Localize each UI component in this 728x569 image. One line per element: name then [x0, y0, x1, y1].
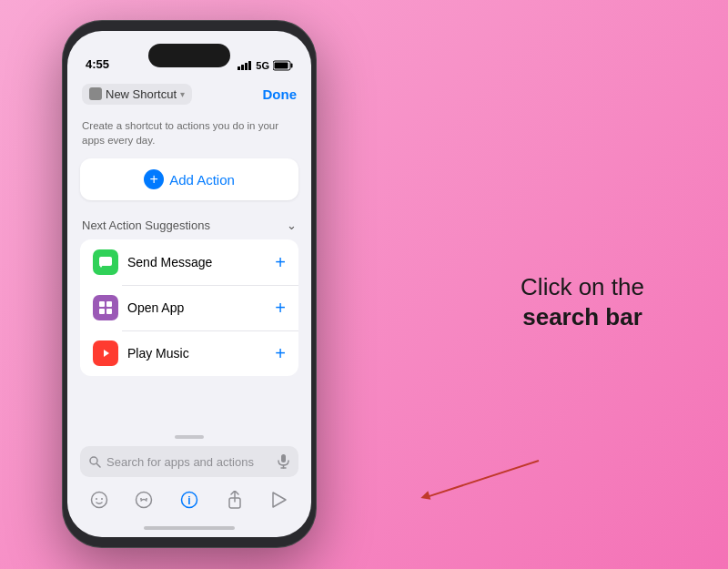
svg-rect-11	[106, 309, 112, 314]
phone-screen: 4:55 5G	[67, 31, 311, 537]
nav-shortcut-button[interactable]: New Shortcut ▾	[82, 84, 192, 105]
svg-rect-1	[241, 65, 244, 70]
phone-frame: 4:55 5G	[62, 20, 317, 548]
svg-line-14	[97, 463, 101, 467]
svg-rect-3	[248, 61, 251, 70]
section-title: Next Action Suggestions	[82, 218, 210, 232]
dynamic-island	[148, 44, 230, 67]
chevron-down-icon: ▾	[180, 89, 185, 99]
svg-rect-9	[106, 301, 112, 307]
svg-point-23	[146, 498, 147, 500]
add-icon: +	[144, 169, 164, 189]
add-open-app-button[interactable]: +	[275, 298, 286, 319]
action-name-send-message: Send Message	[127, 255, 266, 269]
battery-icon	[273, 60, 293, 71]
status-time: 4:55	[86, 57, 109, 71]
network-label: 5G	[256, 60, 269, 71]
open-app-icon	[93, 295, 118, 320]
svg-rect-6	[275, 63, 288, 69]
action-item-play-music[interactable]: Play Music +	[80, 330, 298, 376]
svg-point-22	[140, 498, 142, 500]
bottom-toolbar: i	[67, 481, 311, 519]
bottom-area: Search for apps and actions	[67, 428, 311, 481]
shortcut-icon	[89, 87, 102, 100]
content-area: Create a shortcut to actions you do in y…	[67, 111, 311, 428]
status-icons: 5G	[238, 60, 293, 71]
add-send-message-button[interactable]: +	[275, 252, 286, 273]
subtitle-text: Create a shortcut to actions you do in y…	[67, 111, 311, 158]
action-item-send-message[interactable]: Send Message +	[80, 239, 298, 285]
arrow-line	[426, 460, 539, 498]
message-icon-svg	[98, 255, 113, 269]
svg-rect-2	[245, 63, 248, 70]
annotation-text: Click on the search bar	[491, 272, 673, 334]
svg-rect-5	[291, 64, 293, 68]
music-icon-svg	[98, 346, 113, 361]
home-indicator	[67, 519, 311, 537]
svg-point-19	[96, 498, 97, 500]
nav-bar: New Shortcut ▾ Done	[67, 76, 311, 111]
annotation-bold: search bar	[522, 304, 642, 331]
play-music-icon	[93, 340, 118, 366]
svg-marker-28	[273, 493, 286, 507]
toolbar-info-button[interactable]: i	[176, 486, 203, 513]
svg-rect-10	[99, 309, 105, 314]
svg-text:i: i	[187, 494, 190, 507]
svg-rect-8	[99, 301, 105, 307]
signal-icon	[238, 61, 252, 70]
svg-point-18	[91, 493, 106, 508]
section-header: Next Action Suggestions ⌄	[67, 215, 311, 239]
add-action-button[interactable]: + Add Action	[80, 158, 298, 200]
action-name-play-music: Play Music	[127, 346, 266, 361]
search-bar[interactable]: Search for apps and actions	[80, 446, 298, 477]
add-action-label: Add Action	[169, 172, 235, 188]
shortcut-label: New Shortcut	[106, 87, 177, 101]
svg-rect-7	[99, 257, 112, 266]
search-placeholder: Search for apps and actions	[106, 455, 272, 469]
home-bar	[144, 526, 235, 530]
action-name-open-app: Open App	[127, 300, 266, 315]
action-item-open-app[interactable]: Open App +	[80, 285, 298, 330]
drag-indicator	[175, 435, 204, 439]
toolbar-emoji-button[interactable]	[86, 486, 113, 513]
section-chevron-icon: ⌄	[287, 218, 297, 232]
svg-rect-0	[238, 66, 240, 70]
toolbar-share-button[interactable]	[221, 486, 248, 513]
grid-icon-svg	[98, 300, 113, 315]
send-message-icon	[93, 249, 118, 275]
svg-point-20	[101, 498, 103, 500]
actions-list: Send Message + Open App +	[80, 239, 298, 376]
toolbar-play-button[interactable]	[266, 486, 293, 513]
annotation-normal: Click on the	[521, 273, 644, 300]
mic-icon	[278, 454, 289, 469]
search-icon	[89, 456, 101, 468]
done-button[interactable]: Done	[263, 86, 298, 102]
svg-point-13	[90, 457, 97, 464]
toolbar-emoji2-button[interactable]	[130, 486, 157, 513]
svg-rect-15	[281, 454, 286, 462]
add-play-music-button[interactable]: +	[275, 343, 286, 364]
